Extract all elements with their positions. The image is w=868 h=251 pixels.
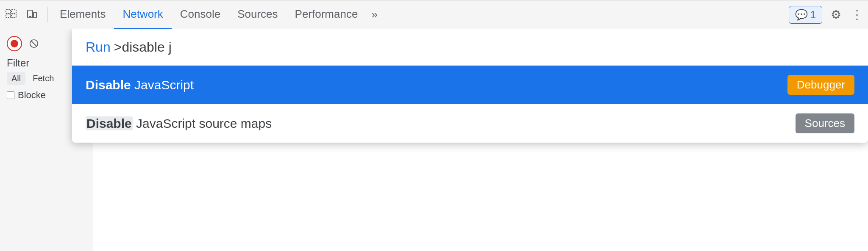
result-sources-badge: Sources [796,113,854,133]
svg-rect-5 [33,12,36,18]
tab-more-button[interactable]: » [366,6,382,24]
svg-rect-1 [11,10,16,13]
settings-button[interactable]: ⚙ [827,6,844,23]
result-bold-part: Disable [86,78,131,92]
more-menu-button[interactable]: ⋮ [849,8,865,22]
command-palette: Run Disable JavaScript Debugger Disable … [72,29,868,143]
filter-fetch-button[interactable]: Fetch [28,72,58,85]
selector-icon[interactable] [3,7,19,22]
tab-performance[interactable]: Performance [287,0,367,29]
blocked-checkbox[interactable] [7,91,14,99]
svg-rect-3 [11,14,16,17]
result-disable-js-maps-label: Disable JavaScript source maps [86,116,272,131]
record-button[interactable] [7,36,22,51]
result-disable-js-label: Disable JavaScript [86,78,194,92]
tab-console[interactable]: Console [172,0,229,29]
devtools-shell: Elements Network Console Sources Perform… [0,0,868,251]
svg-line-8 [31,41,37,47]
device-toolbar-icon[interactable] [24,7,39,22]
tab-elements[interactable]: Elements [51,0,114,29]
svg-rect-2 [6,14,11,17]
tab-bar: Elements Network Console Sources Perform… [0,0,868,29]
run-label: Run [86,39,111,55]
record-dot [11,40,18,47]
command-results-list: Disable JavaScript Debugger Disable Java… [72,66,868,143]
command-input-row: Run [72,29,868,66]
notification-count: 1 [810,9,816,21]
tab-network[interactable]: Network [114,0,171,29]
command-search-input[interactable] [114,39,854,55]
command-result-disable-js[interactable]: Disable JavaScript Debugger [72,66,868,104]
result-bold-part-2: Disable [86,116,133,130]
svg-rect-0 [6,10,11,13]
blocked-label: Blocke [18,90,46,101]
command-result-disable-js-maps[interactable]: Disable JavaScript source maps Sources [72,104,868,143]
notification-button[interactable]: 💬 1 [789,6,822,24]
tab-bar-right: 💬 1 ⚙ ⋮ [789,6,865,24]
chat-icon: 💬 [795,9,808,21]
left-toolbar-icons [3,7,48,22]
main-area: Filter All Fetch Blocke Run D [0,29,868,251]
result-debugger-badge: Debugger [787,75,854,95]
tab-sources[interactable]: Sources [229,0,286,29]
filter-all-button[interactable]: All [7,72,25,85]
clear-button[interactable] [27,37,41,50]
